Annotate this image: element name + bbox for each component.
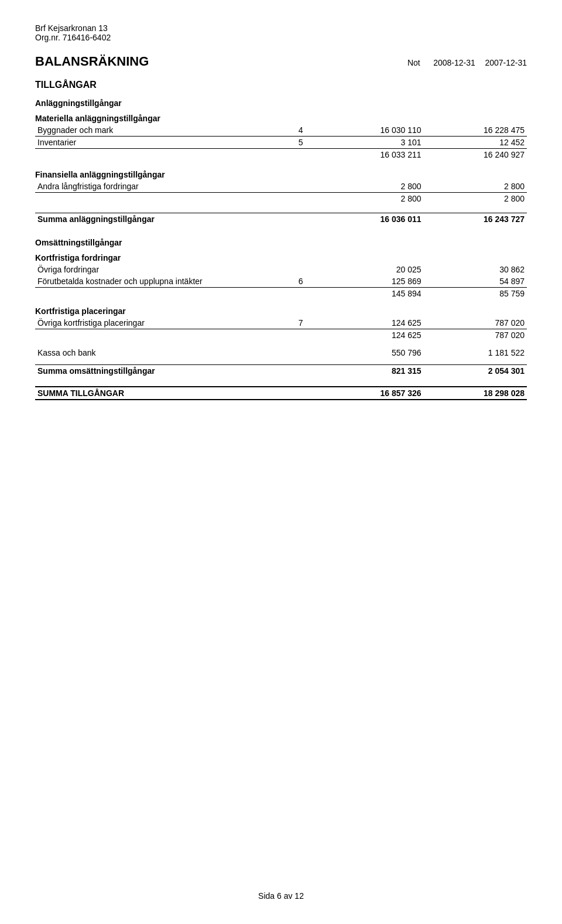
summa-tillgangar-label: SUMMA TILLGÅNGAR — [35, 387, 281, 400]
section-tillgangar: TILLGÅNGAR — [35, 80, 527, 90]
year-2008-header: 2008-12-31 — [424, 58, 475, 67]
summa-tillgangar-2008: 16 857 326 — [320, 387, 423, 400]
forutbetalda-not: 6 — [281, 275, 320, 288]
inventarier-label: Inventarier — [35, 137, 281, 149]
forutbetalda-2007: 54 897 — [424, 275, 527, 288]
section-finansiella: Finansiella anläggningstillgångar — [35, 170, 527, 179]
subtotal-kf-plac-2008: 124 625 — [320, 329, 423, 342]
ovriga-kf-plac-not: 7 — [281, 317, 320, 329]
subtotal-finansiella-2008: 2 800 — [320, 193, 423, 205]
table-row: Inventarier 5 3 101 12 452 — [35, 137, 527, 149]
summa-anlaggning-2008: 16 036 011 — [320, 213, 423, 226]
kassa-bank-2007: 1 181 522 — [424, 347, 527, 359]
inventarier-2007: 12 452 — [424, 137, 527, 149]
page-footer: Sida 6 av 12 — [35, 891, 527, 901]
andra-langfristiga-2008: 2 800 — [320, 180, 423, 193]
summa-anlaggning-row: Summa anläggningstillgångar 16 036 011 1… — [35, 213, 527, 226]
subtotal-finansiella-row: 2 800 2 800 — [35, 193, 527, 205]
summa-omsattning-label: Summa omsättningstillgångar — [35, 365, 281, 377]
org-nr: Org.nr. 716416-6402 — [35, 33, 527, 42]
andra-langfristiga-label: Andra långfristiga fordringar — [35, 180, 281, 193]
ovriga-kf-plac-2007: 787 020 — [424, 317, 527, 329]
byggnader-2008: 16 030 110 — [320, 124, 423, 137]
subtotal-materiella-2007: 16 240 927 — [424, 149, 527, 161]
kassa-bank-label: Kassa och bank — [35, 347, 281, 359]
kassa-bank-row: Kassa och bank 550 796 1 181 522 — [35, 347, 527, 359]
table-row: Förutbetalda kostnader och upplupna intä… — [35, 275, 527, 288]
section-anlaggning: Anläggningstillgångar — [35, 98, 527, 108]
summa-omsattning-2007: 2 054 301 — [424, 365, 527, 377]
table-row: Övriga fordringar 20 025 30 862 — [35, 264, 527, 275]
ovriga-fordringar-2008: 20 025 — [320, 264, 423, 275]
byggnader-not: 4 — [281, 124, 320, 137]
ovriga-kf-plac-label: Övriga kortfristiga placeringar — [35, 317, 281, 329]
not-header: Not — [404, 58, 424, 67]
summa-omsattning-2008: 821 315 — [320, 365, 423, 377]
section-omsattning: Omsättningstillgångar — [35, 238, 527, 247]
ovriga-fordringar-2007: 30 862 — [424, 264, 527, 275]
byggnader-2007: 16 228 475 — [424, 124, 527, 137]
byggnader-label: Byggnader och mark — [35, 124, 281, 137]
subtotal-materiella-2008: 16 033 211 — [320, 149, 423, 161]
summa-tillgangar-row: SUMMA TILLGÅNGAR 16 857 326 18 298 028 — [35, 387, 527, 400]
subtotal-materiella-row: 16 033 211 16 240 927 — [35, 149, 527, 161]
year-2007-header: 2007-12-31 — [475, 58, 527, 67]
summa-tillgangar-2007: 18 298 028 — [424, 387, 527, 400]
subtotal-kf-plac-row: 124 625 787 020 — [35, 329, 527, 342]
summa-omsattning-row: Summa omsättningstillgångar 821 315 2 05… — [35, 365, 527, 377]
org-name: Brf Kejsarkronan 13 — [35, 23, 527, 33]
inventarier-2008: 3 101 — [320, 137, 423, 149]
forutbetalda-2008: 125 869 — [320, 275, 423, 288]
subtotal-kortfristiga-ford-row: 145 894 85 759 — [35, 288, 527, 300]
table-row: Andra långfristiga fordringar 2 800 2 80… — [35, 180, 527, 193]
subtotal-kf-ford-2008: 145 894 — [320, 288, 423, 300]
summa-anlaggning-2007: 16 243 727 — [424, 213, 527, 226]
ovriga-kf-plac-2008: 124 625 — [320, 317, 423, 329]
subtotal-finansiella-2007: 2 800 — [424, 193, 527, 205]
section-materiella: Materiella anläggningstillgångar — [35, 114, 527, 123]
section-kortfristiga-plac: Kortfristiga placeringar — [35, 306, 527, 316]
summa-anlaggning-label: Summa anläggningstillgångar — [35, 213, 281, 226]
subtotal-kf-plac-2007: 787 020 — [424, 329, 527, 342]
table-row: Övriga kortfristiga placeringar 7 124 62… — [35, 317, 527, 329]
andra-langfristiga-2007: 2 800 — [424, 180, 527, 193]
subtotal-kf-ford-2007: 85 759 — [424, 288, 527, 300]
inventarier-not: 5 — [281, 137, 320, 149]
forutbetalda-label: Förutbetalda kostnader och upplupna intä… — [35, 275, 281, 288]
ovriga-fordringar-label: Övriga fordringar — [35, 264, 281, 275]
table-row: Byggnader och mark 4 16 030 110 16 228 4… — [35, 124, 527, 137]
kassa-bank-2008: 550 796 — [320, 347, 423, 359]
section-kortfristiga-ford: Kortfristiga fordringar — [35, 253, 527, 262]
document-title: BALANSRÄKNING — [35, 54, 281, 69]
